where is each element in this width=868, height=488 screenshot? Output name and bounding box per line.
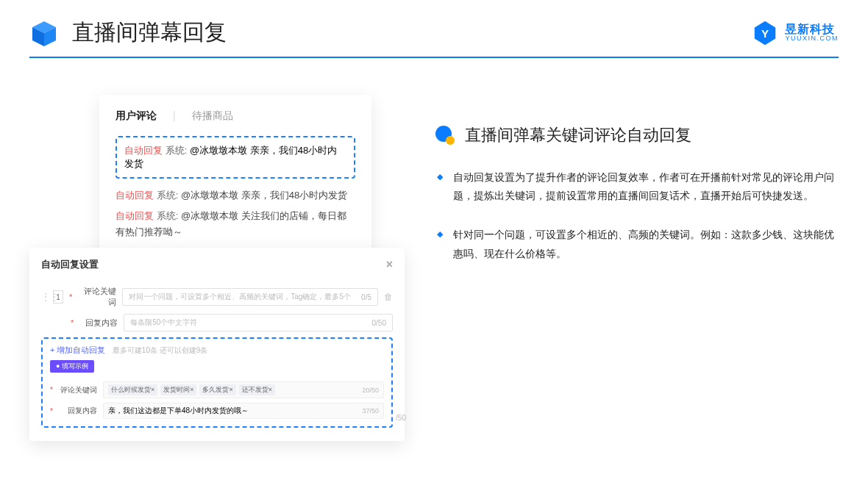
example-reply-value: 亲，我们这边都是下单48小时内发货的哦～ <box>108 406 249 416</box>
keyword-tag: 还不发货× <box>239 384 275 395</box>
keywords-placeholder: 对同一个问题，可设置多个相近、高频的关键词，Tag确定，最多5个 <box>129 292 351 302</box>
keywords-count: 0/5 <box>361 293 371 301</box>
field-label-reply: 回复内容 <box>79 317 118 329</box>
system-label: 系统: <box>166 145 188 156</box>
comment-text: @冰墩墩本墩 亲亲，我们48小时内发货 <box>181 190 347 201</box>
field-label-keywords: 评论关键词 <box>78 286 116 308</box>
header-left: 直播间弹幕回复 <box>29 18 227 48</box>
tab-user-comments[interactable]: 用户评论 <box>115 110 157 123</box>
auto-reply-tag: 自动回复 <box>115 190 154 201</box>
example-row-keywords: * 评论关键词 什么时候发货× 发货时间× 多久发货× 还不发货× 20/50 <box>50 381 384 398</box>
svg-text:Y: Y <box>761 26 769 39</box>
bullet-item: 自动回复设置为了提升作者的评论回复效率，作者可在开播前针对常见的评论用户问题，提… <box>437 168 839 205</box>
add-auto-reply-link[interactable]: + 增加自动回复 <box>50 345 105 354</box>
auto-reply-tag: 自动回复 <box>124 145 163 156</box>
required-marker: * <box>69 293 72 301</box>
comment-line: 自动回复 系统: @冰墩墩本墩 关注我们的店铺，每日都有热门推荐呦～ <box>115 208 355 240</box>
keyword-tag: 发货时间× <box>160 384 196 395</box>
auto-reply-tag: 自动回复 <box>115 210 154 221</box>
required-marker: * <box>50 386 53 394</box>
example-box: + 增加自动回复 最多可建10条 还可以创建9条 ● 填写示例 * 评论关键词 … <box>41 337 393 428</box>
example-reply-input[interactable]: 亲，我们这边都是下单48小时内发货的哦～ 37/50 <box>103 403 384 419</box>
section-title: 直播间弹幕关键词评论自动回复 <box>465 124 691 146</box>
example-label-reply: 回复内容 <box>59 406 97 416</box>
example-keywords-input[interactable]: 什么时候发货× 发货时间× 多久发货× 还不发货× 20/50 <box>103 381 384 398</box>
keyword-tag: 多久发货× <box>199 384 235 395</box>
brand-name-en: YUUXIN.COM <box>785 35 839 43</box>
right-column: 直播间弹幕关键词评论自动回复 自动回复设置为了提升作者的评论回复效率，作者可在开… <box>434 87 839 284</box>
chat-bubble-icon <box>434 124 456 146</box>
comment-tabs: 用户评论 | 待播商品 <box>115 110 355 123</box>
required-marker: * <box>71 318 74 327</box>
reply-placeholder: 每条限50个中文字符 <box>130 317 197 328</box>
brand: Y 昱新科技 YUUXIN.COM <box>751 19 839 47</box>
close-icon[interactable]: × <box>386 258 393 271</box>
svg-point-5 <box>446 136 455 145</box>
bullet-item: 针对同一个问题，可设置多个相近的、高频的关键词。例如：这款多少钱、这块能优惠吗、… <box>437 226 839 262</box>
auto-reply-settings-panel: 自动回复设置 × ⋮⋮ 1 * 评论关键词 对同一个问题，可设置多个相近、高频的… <box>29 248 405 441</box>
comment-line: 自动回复 系统: @冰墩墩本墩 亲亲，我们48小时内发货 <box>115 187 355 204</box>
drag-handle-icon[interactable]: ⋮⋮ <box>41 292 47 302</box>
reply-input[interactable]: 每条限50个中文字符 0/50 <box>124 314 393 331</box>
bullet-list: 自动回复设置为了提升作者的评论回复效率，作者可在开播前针对常见的评论用户问题，提… <box>434 168 839 263</box>
settings-row-reply: * 回复内容 每条限50个中文字符 0/50 <box>41 314 393 331</box>
add-hint: 最多可建10条 还可以创建9条 <box>113 346 207 354</box>
section-header: 直播间弹幕关键词评论自动回复 <box>434 124 839 146</box>
page-title: 直播间弹幕回复 <box>72 18 227 48</box>
settings-title: 自动回复设置 <box>41 258 99 271</box>
row-index: 1 <box>53 290 63 304</box>
main-content: 用户评论 | 待播商品 自动回复 系统: @冰墩墩本墩 亲亲，我们48小时内发货… <box>0 58 868 284</box>
left-column: 用户评论 | 待播商品 自动回复 系统: @冰墩墩本墩 亲亲，我们48小时内发货… <box>29 87 397 284</box>
stray-counter: /50 <box>396 414 406 422</box>
keywords-input[interactable]: 对同一个问题，可设置多个相近、高频的关键词，Tag确定，最多5个 0/5 <box>122 288 378 306</box>
auto-reply-highlight: 自动回复 系统: @冰墩墩本墩 亲亲，我们48小时内发货 <box>115 136 355 179</box>
keyword-tag: 什么时候发货× <box>108 384 157 395</box>
required-marker: * <box>50 407 53 415</box>
system-label: 系统: <box>157 210 179 221</box>
example-keywords-count: 20/50 <box>362 387 379 394</box>
delete-icon[interactable]: 🗑 <box>384 292 393 302</box>
example-badge: ● 填写示例 <box>50 360 94 373</box>
cube-icon <box>29 18 59 48</box>
tab-divider: | <box>173 110 176 123</box>
settings-row-keywords: ⋮⋮ 1 * 评论关键词 对同一个问题，可设置多个相近、高频的关键词，Tag确定… <box>41 286 393 308</box>
example-row-reply: * 回复内容 亲，我们这边都是下单48小时内发货的哦～ 37/50 <box>50 403 384 419</box>
example-label-keywords: 评论关键词 <box>59 385 97 395</box>
example-reply-count: 37/50 <box>362 407 379 415</box>
brand-logo-icon: Y <box>751 19 779 47</box>
reply-count: 0/50 <box>372 319 386 327</box>
system-label: 系统: <box>157 190 179 201</box>
page-header: 直播间弹幕回复 Y 昱新科技 YUUXIN.COM <box>0 0 868 57</box>
tab-pending-products[interactable]: 待播商品 <box>192 110 233 123</box>
brand-name-cn: 昱新科技 <box>785 23 839 36</box>
